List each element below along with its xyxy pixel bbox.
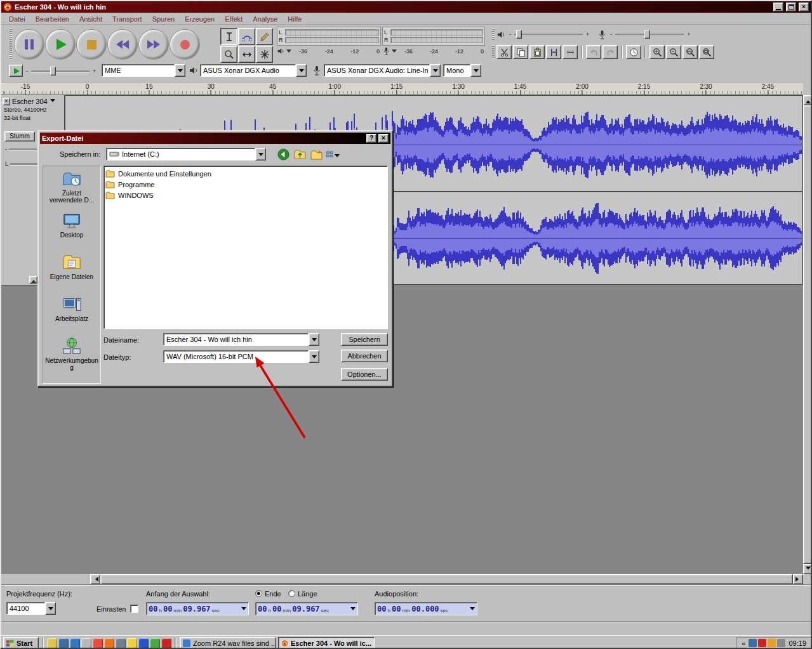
- zoom-out-button[interactable]: [666, 45, 681, 59]
- audio-position-time[interactable]: 00h 00min 00.000sec: [375, 602, 477, 615]
- track-title-menu[interactable]: Escher 304: [12, 98, 63, 105]
- track-pan-slider[interactable]: L: [5, 161, 38, 167]
- menu-item[interactable]: Effekt: [220, 14, 248, 24]
- start-button[interactable]: Start: [3, 637, 39, 649]
- time-format-arrow-icon[interactable]: [470, 607, 475, 613]
- scroll-up-button[interactable]: [803, 95, 812, 105]
- toolbar-grip[interactable]: [492, 45, 495, 59]
- menu-item[interactable]: Transport: [107, 14, 147, 24]
- quick-launch-icon[interactable]: [161, 638, 171, 648]
- scroll-right-button[interactable]: [793, 574, 803, 584]
- place-my-computer[interactable]: Arbeitsplatz: [43, 292, 100, 334]
- close-button[interactable]: ×: [799, 3, 809, 11]
- quick-launch-icon[interactable]: [138, 638, 149, 648]
- menu-item[interactable]: Analyse: [248, 14, 283, 24]
- vertical-scrollbar[interactable]: [803, 95, 812, 574]
- input-volume-knob[interactable]: [644, 30, 650, 39]
- pause-button[interactable]: [15, 30, 44, 59]
- playback-device-select[interactable]: ASUS Xonar DGX Audio: [200, 64, 307, 77]
- play-speed-knob[interactable]: [50, 67, 56, 75]
- input-volume-slider[interactable]: [615, 30, 684, 39]
- save-in-select[interactable]: Internet (C:): [106, 148, 266, 161]
- play-at-speed-button[interactable]: [9, 65, 23, 77]
- menu-item[interactable]: Spuren: [147, 14, 180, 24]
- menu-item[interactable]: Hilfe: [283, 14, 307, 24]
- place-network[interactable]: Netzwerkumgebung: [43, 334, 100, 376]
- horizontal-scrollbar[interactable]: [90, 574, 803, 584]
- paste-button[interactable]: [529, 45, 545, 59]
- end-radio[interactable]: [255, 590, 262, 597]
- dialog-title-bar[interactable]: Export-Datei ? ×: [40, 133, 390, 144]
- dialog-close-button[interactable]: ×: [378, 134, 389, 143]
- quick-launch-icon[interactable]: [58, 638, 69, 648]
- file-list[interactable]: Dokumente und Einstellungen Programme WI…: [103, 166, 388, 329]
- length-radio[interactable]: [288, 590, 295, 597]
- tray-icon[interactable]: [768, 639, 776, 647]
- quick-launch-icon[interactable]: [116, 638, 126, 648]
- undo-button[interactable]: [586, 45, 601, 59]
- place-my-documents[interactable]: Eigene Dateien: [43, 250, 100, 292]
- recording-meter[interactable]: L R -36-24-120: [382, 27, 485, 58]
- zoom-in-button[interactable]: [649, 45, 665, 59]
- dropdown-arrow-icon[interactable]: [296, 64, 307, 77]
- mute-button[interactable]: Stumm: [4, 131, 35, 141]
- filename-input[interactable]: [166, 335, 305, 344]
- envelope-tool-button[interactable]: [238, 28, 255, 45]
- quick-launch-icon[interactable]: [81, 638, 91, 648]
- dialog-help-button[interactable]: ?: [366, 134, 376, 143]
- recording-channels-select[interactable]: Mono: [443, 64, 481, 77]
- dropdown-arrow-icon[interactable]: [430, 64, 441, 77]
- options-button[interactable]: Optionen...: [341, 368, 388, 381]
- quick-launch-icon[interactable]: [104, 638, 114, 648]
- filename-combo[interactable]: [163, 333, 319, 346]
- tray-icon[interactable]: [749, 639, 757, 647]
- copy-button[interactable]: [513, 45, 528, 59]
- save-button[interactable]: Speichern: [341, 333, 388, 346]
- time-format-arrow-icon[interactable]: [241, 607, 246, 613]
- scroll-left-button[interactable]: [90, 574, 100, 584]
- cancel-button[interactable]: Abbrechen: [341, 350, 388, 362]
- view-menu-button[interactable]: [326, 148, 340, 161]
- folder-item[interactable]: WINDOWS: [105, 190, 386, 200]
- stop-button[interactable]: [77, 30, 106, 59]
- snap-to-checkbox[interactable]: [130, 605, 138, 613]
- minimize-button[interactable]: [773, 3, 783, 11]
- task-button-zoom-r24[interactable]: Zoom R24 wav files sind ...: [180, 637, 276, 649]
- scroll-down-button[interactable]: [803, 564, 812, 574]
- draw-tool-button[interactable]: [256, 28, 273, 45]
- quick-launch-icon[interactable]: [150, 638, 160, 648]
- fit-project-button[interactable]: [699, 45, 714, 59]
- selection-end-time[interactable]: 00h 00min 09.967sec: [255, 602, 358, 615]
- dropdown-arrow-icon[interactable]: [175, 64, 185, 77]
- menu-item[interactable]: Ansicht: [74, 14, 107, 24]
- tray-icon[interactable]: [777, 639, 785, 647]
- dropdown-arrow-icon[interactable]: [309, 350, 319, 363]
- trim-audio-button[interactable]: [546, 45, 561, 59]
- maximize-button[interactable]: [786, 3, 796, 11]
- new-folder-button[interactable]: [309, 148, 323, 161]
- zoom-tool-button[interactable]: [220, 46, 237, 63]
- play-speed-slider[interactable]: [31, 67, 90, 75]
- cut-button[interactable]: [496, 45, 512, 59]
- playback-meter[interactable]: L R -36-24-120: [277, 27, 381, 58]
- timeline-ruler[interactable]: -1501530451:001:151:301:452:002:152:302:…: [1, 82, 803, 95]
- toolbar-grip[interactable]: [492, 29, 495, 40]
- menu-item[interactable]: Bearbeiten: [30, 14, 74, 24]
- play-button[interactable]: [46, 30, 75, 59]
- timeshift-tool-button[interactable]: [238, 46, 255, 63]
- back-button[interactable]: [276, 148, 290, 161]
- fit-selection-button[interactable]: [682, 45, 698, 59]
- redo-button[interactable]: [602, 45, 618, 59]
- filetype-combo[interactable]: [163, 350, 319, 363]
- toolbar-grip[interactable]: [10, 29, 12, 60]
- horizontal-scroll-thumb[interactable]: [100, 574, 793, 584]
- tray-icon[interactable]: [758, 639, 766, 647]
- audio-host-select[interactable]: MME: [102, 64, 185, 77]
- up-one-level-button[interactable]: [293, 148, 307, 161]
- title-bar[interactable]: Escher 304 - Wo will ich hin ×: [1, 1, 811, 13]
- quick-launch-icon[interactable]: [47, 638, 57, 648]
- folder-item[interactable]: Programme: [105, 179, 386, 190]
- skip-start-button[interactable]: [108, 30, 137, 59]
- task-button-audacity[interactable]: Escher 304 - Wo will ic...: [278, 637, 375, 649]
- menu-item[interactable]: Erzeugen: [180, 14, 220, 24]
